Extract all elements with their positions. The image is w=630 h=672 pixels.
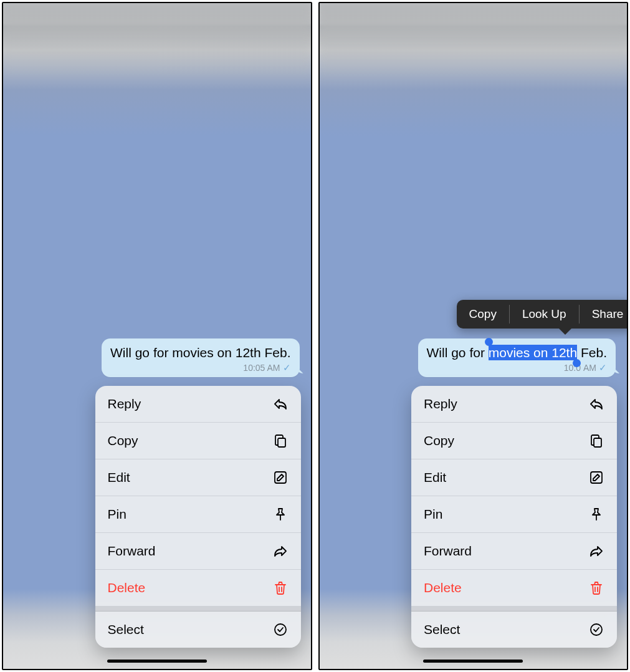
menu-item-delete[interactable]: Delete <box>95 570 301 607</box>
context-menu: Reply Copy Edit Pin <box>95 386 301 648</box>
menu-label: Pin <box>108 507 126 522</box>
menu-item-forward[interactable]: Forward <box>411 533 617 570</box>
message-time: 10:05 AM <box>243 363 280 373</box>
menu-item-copy[interactable]: Copy <box>95 423 301 459</box>
menu-label: Forward <box>424 544 472 559</box>
context-menu: Reply Copy Edit Pin <box>411 386 617 648</box>
menu-item-reply[interactable]: Reply <box>95 386 301 423</box>
forward-icon <box>588 543 604 559</box>
svg-rect-1 <box>275 472 286 483</box>
svg-point-11 <box>591 624 602 635</box>
selection-handle-start[interactable] <box>485 338 493 346</box>
screen-right: Copy Look Up Share Will go for movies on… <box>318 2 629 670</box>
popover-item-lookup[interactable]: Look Up <box>510 300 579 329</box>
trash-icon <box>588 580 604 596</box>
reply-icon <box>272 396 289 412</box>
home-indicator[interactable] <box>423 660 523 663</box>
menu-item-forward[interactable]: Forward <box>95 533 301 570</box>
text-selection[interactable]: movies on 12th <box>489 345 577 360</box>
message-text: Will go for movies on 12th Feb. <box>427 345 607 361</box>
pin-icon <box>588 506 604 522</box>
menu-item-pin[interactable]: Pin <box>95 496 301 533</box>
home-indicator[interactable] <box>107 660 207 663</box>
menu-label: Forward <box>108 544 156 559</box>
delivered-check-icon: ✓ <box>283 362 291 373</box>
menu-item-edit[interactable]: Edit <box>411 459 617 496</box>
menu-separator <box>95 607 301 612</box>
message-bubble[interactable]: Will go for movies on 12th Feb. 10:0 AM … <box>418 338 616 377</box>
content-area: Copy Look Up Share Will go for movies on… <box>320 331 628 669</box>
menu-item-select[interactable]: Select <box>411 612 617 648</box>
trash-icon <box>272 580 289 596</box>
menu-item-copy[interactable]: Copy <box>411 423 617 459</box>
menu-label: Reply <box>424 396 457 411</box>
reply-icon <box>588 396 604 412</box>
menu-label: Copy <box>108 433 138 448</box>
message-time-post: AM <box>583 363 596 373</box>
menu-label: Reply <box>108 396 141 411</box>
pin-icon <box>272 506 289 522</box>
svg-rect-6 <box>594 438 601 447</box>
menu-label: Copy <box>424 433 454 448</box>
popover-item-share[interactable]: Share <box>580 300 628 329</box>
copy-icon <box>588 433 604 449</box>
screen-left: Will go for movies on 12th Feb. 10:05 AM… <box>2 2 312 670</box>
message-text-pre: Will go for <box>427 345 489 360</box>
message-bubble-wrap: Copy Look Up Share Will go for movies on… <box>418 338 616 377</box>
menu-separator <box>411 607 617 612</box>
blurred-header <box>320 3 628 78</box>
menu-item-pin[interactable]: Pin <box>411 496 617 533</box>
message-meta: 10:05 AM ✓ <box>110 362 290 373</box>
svg-rect-0 <box>278 438 285 447</box>
edit-icon <box>588 469 604 486</box>
message-bubble[interactable]: Will go for movies on 12th Feb. 10:05 AM… <box>102 338 299 377</box>
message-text: Will go for movies on 12th Feb. <box>110 345 290 361</box>
message-text-post: Feb. <box>577 345 607 360</box>
select-check-circle-icon <box>272 622 289 638</box>
forward-icon <box>272 543 289 559</box>
popover-arrow-icon <box>558 327 573 335</box>
menu-label: Select <box>424 622 460 637</box>
menu-label: Select <box>108 622 144 637</box>
message-text-selected: movies on 12th <box>489 345 577 360</box>
menu-item-select[interactable]: Select <box>95 612 301 648</box>
text-selection-popover: Copy Look Up Share <box>457 300 628 329</box>
selection-handle-end[interactable] <box>573 359 581 367</box>
blurred-header <box>3 3 311 78</box>
menu-item-delete[interactable]: Delete <box>411 570 617 607</box>
content-area: Will go for movies on 12th Feb. 10:05 AM… <box>3 331 311 669</box>
svg-rect-7 <box>591 472 602 483</box>
menu-label: Delete <box>108 580 146 595</box>
menu-label: Delete <box>424 580 462 595</box>
delivered-check-icon: ✓ <box>599 362 607 373</box>
select-check-circle-icon <box>588 622 604 638</box>
popover-item-copy[interactable]: Copy <box>457 300 509 329</box>
edit-icon <box>272 469 289 486</box>
message-bubble-wrap: Will go for movies on 12th Feb. 10:05 AM… <box>102 338 299 377</box>
menu-item-reply[interactable]: Reply <box>411 386 617 423</box>
menu-label: Edit <box>108 470 130 485</box>
menu-item-edit[interactable]: Edit <box>95 459 301 496</box>
svg-point-5 <box>275 624 286 635</box>
copy-icon <box>272 433 289 449</box>
menu-label: Edit <box>424 470 446 485</box>
menu-label: Pin <box>424 507 442 522</box>
